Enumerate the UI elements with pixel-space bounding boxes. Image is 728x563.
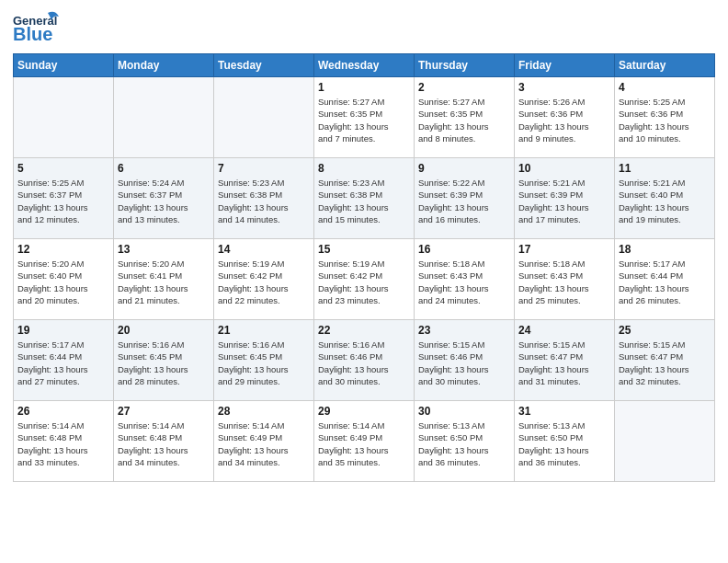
- day-header-thursday: Thursday: [415, 54, 515, 77]
- day-number: 20: [118, 324, 210, 337]
- calendar-cell: 26Sunrise: 5:14 AM Sunset: 6:48 PM Dayli…: [14, 401, 114, 482]
- day-info: Sunrise: 5:17 AM Sunset: 6:44 PM Dayligh…: [17, 339, 109, 387]
- calendar-cell: 3Sunrise: 5:26 AM Sunset: 6:36 PM Daylig…: [515, 77, 615, 158]
- calendar-cell: 29Sunrise: 5:14 AM Sunset: 6:49 PM Dayli…: [314, 401, 415, 482]
- calendar-cell: [114, 77, 214, 158]
- day-header-sunday: Sunday: [14, 54, 114, 77]
- day-number: 14: [218, 243, 310, 256]
- calendar-cell: 30Sunrise: 5:13 AM Sunset: 6:50 PM Dayli…: [415, 401, 515, 482]
- calendar-cell: 5Sunrise: 5:25 AM Sunset: 6:37 PM Daylig…: [14, 158, 114, 239]
- calendar-cell: 15Sunrise: 5:19 AM Sunset: 6:42 PM Dayli…: [314, 239, 415, 320]
- day-number: 11: [619, 162, 711, 175]
- day-info: Sunrise: 5:21 AM Sunset: 6:39 PM Dayligh…: [518, 177, 610, 225]
- day-number: 22: [318, 324, 410, 337]
- day-number: 24: [518, 324, 610, 337]
- day-number: 1: [318, 81, 410, 94]
- week-row-5: 26Sunrise: 5:14 AM Sunset: 6:48 PM Dayli…: [14, 401, 715, 482]
- calendar-cell: [14, 77, 114, 158]
- calendar-cell: 27Sunrise: 5:14 AM Sunset: 6:48 PM Dayli…: [114, 401, 214, 482]
- day-number: 19: [17, 324, 109, 337]
- day-info: Sunrise: 5:13 AM Sunset: 6:50 PM Dayligh…: [418, 419, 510, 468]
- calendar-cell: 1Sunrise: 5:27 AM Sunset: 6:35 PM Daylig…: [314, 77, 415, 158]
- day-number: 2: [418, 81, 510, 94]
- day-number: 17: [518, 243, 610, 256]
- calendar-cell: [615, 401, 715, 482]
- calendar-cell: 10Sunrise: 5:21 AM Sunset: 6:39 PM Dayli…: [515, 158, 615, 239]
- day-info: Sunrise: 5:18 AM Sunset: 6:43 PM Dayligh…: [518, 258, 610, 306]
- calendar-cell: 8Sunrise: 5:23 AM Sunset: 6:38 PM Daylig…: [314, 158, 415, 239]
- day-info: Sunrise: 5:14 AM Sunset: 6:49 PM Dayligh…: [218, 419, 310, 468]
- day-number: 7: [218, 162, 310, 175]
- days-header-row: SundayMondayTuesdayWednesdayThursdayFrid…: [14, 54, 715, 77]
- day-number: 13: [118, 243, 210, 256]
- calendar: SundayMondayTuesdayWednesdayThursdayFrid…: [13, 53, 715, 482]
- day-number: 30: [418, 405, 510, 418]
- week-row-4: 19Sunrise: 5:17 AM Sunset: 6:44 PM Dayli…: [14, 320, 715, 401]
- day-number: 18: [619, 243, 711, 256]
- day-info: Sunrise: 5:25 AM Sunset: 6:37 PM Dayligh…: [17, 177, 109, 225]
- day-info: Sunrise: 5:23 AM Sunset: 6:38 PM Dayligh…: [218, 177, 310, 225]
- day-number: 9: [418, 162, 510, 175]
- day-number: 26: [17, 405, 109, 418]
- day-header-tuesday: Tuesday: [214, 54, 314, 77]
- calendar-cell: 20Sunrise: 5:16 AM Sunset: 6:45 PM Dayli…: [114, 320, 214, 401]
- calendar-cell: 11Sunrise: 5:21 AM Sunset: 6:40 PM Dayli…: [615, 158, 715, 239]
- day-info: Sunrise: 5:24 AM Sunset: 6:37 PM Dayligh…: [118, 177, 210, 225]
- day-info: Sunrise: 5:19 AM Sunset: 6:42 PM Dayligh…: [218, 258, 310, 306]
- day-info: Sunrise: 5:16 AM Sunset: 6:45 PM Dayligh…: [218, 339, 310, 387]
- day-info: Sunrise: 5:27 AM Sunset: 6:35 PM Dayligh…: [318, 96, 410, 144]
- day-info: Sunrise: 5:14 AM Sunset: 6:48 PM Dayligh…: [17, 419, 109, 468]
- calendar-cell: 24Sunrise: 5:15 AM Sunset: 6:47 PM Dayli…: [515, 320, 615, 401]
- day-number: 29: [318, 405, 410, 418]
- day-number: 28: [218, 405, 310, 418]
- day-number: 23: [418, 324, 510, 337]
- day-info: Sunrise: 5:14 AM Sunset: 6:49 PM Dayligh…: [318, 419, 410, 468]
- header: GeneralBlue: [13, 9, 715, 48]
- day-number: 21: [218, 324, 310, 337]
- day-info: Sunrise: 5:15 AM Sunset: 6:47 PM Dayligh…: [619, 339, 711, 387]
- day-info: Sunrise: 5:16 AM Sunset: 6:46 PM Dayligh…: [318, 339, 410, 387]
- day-number: 25: [619, 324, 711, 337]
- calendar-cell: 19Sunrise: 5:17 AM Sunset: 6:44 PM Dayli…: [14, 320, 114, 401]
- day-number: 16: [418, 243, 510, 256]
- calendar-cell: 17Sunrise: 5:18 AM Sunset: 6:43 PM Dayli…: [515, 239, 615, 320]
- day-info: Sunrise: 5:19 AM Sunset: 6:42 PM Dayligh…: [318, 258, 410, 306]
- day-info: Sunrise: 5:22 AM Sunset: 6:39 PM Dayligh…: [418, 177, 510, 225]
- calendar-cell: 28Sunrise: 5:14 AM Sunset: 6:49 PM Dayli…: [214, 401, 314, 482]
- day-info: Sunrise: 5:25 AM Sunset: 6:36 PM Dayligh…: [619, 96, 711, 144]
- logo-svg: GeneralBlue: [13, 9, 61, 48]
- week-row-2: 5Sunrise: 5:25 AM Sunset: 6:37 PM Daylig…: [14, 158, 715, 239]
- calendar-cell: 4Sunrise: 5:25 AM Sunset: 6:36 PM Daylig…: [615, 77, 715, 158]
- day-number: 15: [318, 243, 410, 256]
- day-header-wednesday: Wednesday: [314, 54, 415, 77]
- day-info: Sunrise: 5:16 AM Sunset: 6:45 PM Dayligh…: [118, 339, 210, 387]
- day-info: Sunrise: 5:23 AM Sunset: 6:38 PM Dayligh…: [318, 177, 410, 225]
- day-number: 6: [118, 162, 210, 175]
- day-number: 10: [518, 162, 610, 175]
- calendar-cell: 22Sunrise: 5:16 AM Sunset: 6:46 PM Dayli…: [314, 320, 415, 401]
- calendar-cell: 23Sunrise: 5:15 AM Sunset: 6:46 PM Dayli…: [415, 320, 515, 401]
- calendar-cell: 13Sunrise: 5:20 AM Sunset: 6:41 PM Dayli…: [114, 239, 214, 320]
- day-info: Sunrise: 5:18 AM Sunset: 6:43 PM Dayligh…: [418, 258, 510, 306]
- week-row-3: 12Sunrise: 5:20 AM Sunset: 6:40 PM Dayli…: [14, 239, 715, 320]
- calendar-cell: 16Sunrise: 5:18 AM Sunset: 6:43 PM Dayli…: [415, 239, 515, 320]
- day-number: 12: [17, 243, 109, 256]
- calendar-cell: 25Sunrise: 5:15 AM Sunset: 6:47 PM Dayli…: [615, 320, 715, 401]
- day-info: Sunrise: 5:20 AM Sunset: 6:41 PM Dayligh…: [118, 258, 210, 306]
- day-info: Sunrise: 5:15 AM Sunset: 6:46 PM Dayligh…: [418, 339, 510, 387]
- calendar-cell: 18Sunrise: 5:17 AM Sunset: 6:44 PM Dayli…: [615, 239, 715, 320]
- day-number: 8: [318, 162, 410, 175]
- day-header-saturday: Saturday: [615, 54, 715, 77]
- day-info: Sunrise: 5:14 AM Sunset: 6:48 PM Dayligh…: [118, 419, 210, 468]
- day-info: Sunrise: 5:13 AM Sunset: 6:50 PM Dayligh…: [518, 419, 610, 468]
- day-number: 31: [518, 405, 610, 418]
- calendar-cell: 31Sunrise: 5:13 AM Sunset: 6:50 PM Dayli…: [515, 401, 615, 482]
- day-info: Sunrise: 5:21 AM Sunset: 6:40 PM Dayligh…: [619, 177, 711, 225]
- day-number: 4: [619, 81, 711, 94]
- day-info: Sunrise: 5:26 AM Sunset: 6:36 PM Dayligh…: [518, 96, 610, 144]
- logo: GeneralBlue: [13, 9, 61, 48]
- day-number: 27: [118, 405, 210, 418]
- day-number: 5: [17, 162, 109, 175]
- calendar-cell: 14Sunrise: 5:19 AM Sunset: 6:42 PM Dayli…: [214, 239, 314, 320]
- calendar-cell: 6Sunrise: 5:24 AM Sunset: 6:37 PM Daylig…: [114, 158, 214, 239]
